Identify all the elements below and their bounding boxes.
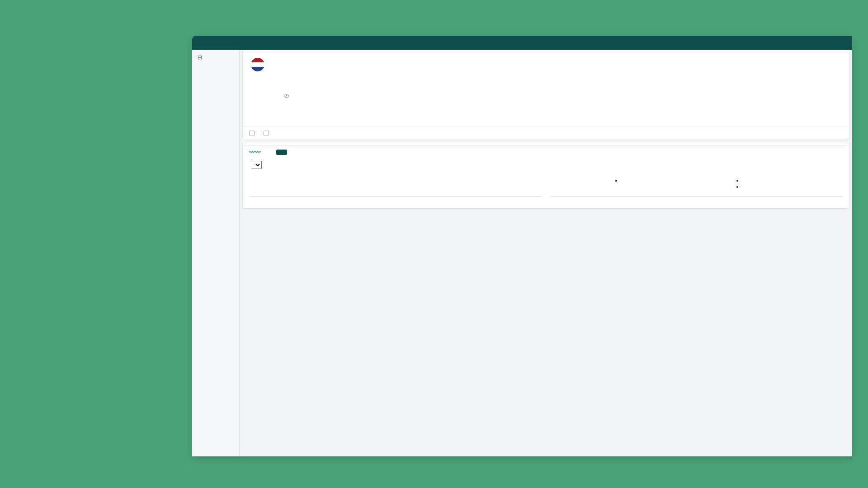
reminder-1 (743, 177, 843, 183)
page-size-select[interactable] (252, 161, 262, 169)
sidebar-collapse-icon[interactable]: ⊟ (192, 52, 239, 62)
contracts-panel: 〰〰 (242, 142, 849, 209)
phone-icon[interactable] (284, 93, 289, 99)
reminder-2 (743, 183, 843, 190)
company-footer (243, 127, 849, 139)
contract-manager-logo: 〰〰 (249, 149, 260, 155)
sidebar: ⊟ (192, 50, 240, 456)
lower-tabs (243, 142, 849, 145)
stop-checkbox[interactable] (249, 130, 256, 136)
company-card (242, 50, 849, 139)
app-window: ⊟ (192, 36, 852, 456)
main-area: 〰〰 (240, 50, 852, 456)
titlebar (192, 36, 852, 50)
no-mailings-checkbox[interactable] (264, 130, 271, 136)
contract-detail-panel (243, 171, 849, 208)
new-contract-button[interactable] (276, 150, 287, 155)
country-flag-icon (251, 58, 264, 71)
